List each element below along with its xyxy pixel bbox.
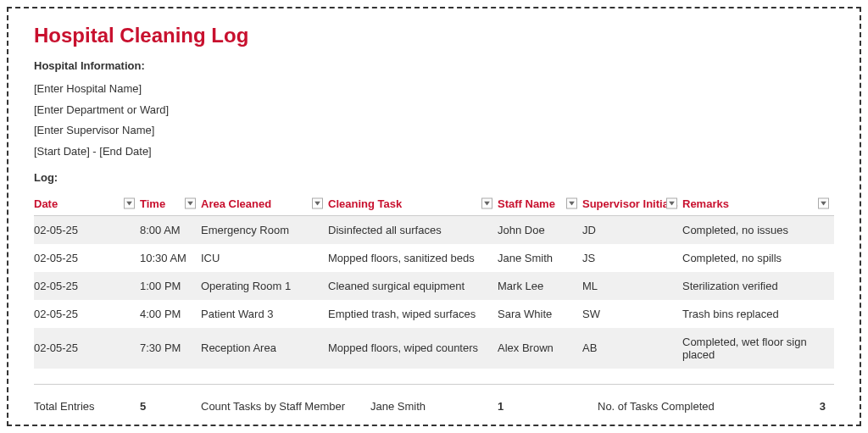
table-row: 02-05-25 4:00 PM Patient Ward 3 Emptied …: [34, 300, 834, 328]
table-row: 02-05-25 7:30 PM Reception Area Mopped f…: [34, 328, 834, 369]
cleaning-log-table: Date Time Area Cleaned: [34, 192, 834, 369]
cell-remarks: Completed, wet floor sign placed: [682, 328, 834, 369]
summary-total-value: 5: [140, 400, 201, 413]
filter-button-area[interactable]: [312, 198, 323, 209]
info-date-range: [Start Date] - [End Date]: [34, 142, 834, 163]
cell-time: 4:00 PM: [140, 300, 201, 328]
col-header-label: Staff Name: [498, 197, 555, 210]
cell-date: 02-05-25: [34, 215, 140, 244]
col-header-staff: Staff Name: [498, 192, 582, 216]
col-header-label: Time: [140, 197, 165, 210]
dropdown-icon: [484, 202, 490, 206]
col-header-label: Area Cleaned: [201, 197, 271, 210]
col-header-label: Supervisor Initials: [582, 197, 678, 210]
hospital-info-block: [Enter Hospital Name] [Enter Department …: [34, 79, 834, 163]
cell-init: ML: [582, 272, 682, 300]
dropdown-icon: [187, 202, 193, 206]
col-header-time: Time: [140, 192, 201, 216]
cell-staff: Jane Smith: [498, 244, 582, 272]
dropdown-icon: [821, 202, 826, 206]
table-row: 02-05-25 8:00 AM Emergency Room Disinfec…: [34, 215, 834, 244]
info-supervisor: [Enter Supervisor Name]: [34, 120, 834, 142]
info-hospital-name: [Enter Hospital Name]: [34, 79, 834, 100]
col-header-task: Cleaning Task: [328, 192, 498, 216]
cell-date: 02-05-25: [34, 300, 140, 328]
cell-date: 02-05-25: [34, 328, 140, 369]
summary-count-staff: Jane Smith: [370, 400, 498, 413]
cell-remarks: Trash bins replaced: [682, 300, 834, 328]
cell-init: SW: [582, 300, 682, 328]
cell-task: Cleaned surgical equipment: [328, 272, 498, 300]
col-header-area: Area Cleaned: [201, 192, 328, 216]
svg-marker-4: [569, 202, 575, 206]
col-header-date: Date: [34, 192, 140, 216]
filter-button-time[interactable]: [185, 198, 196, 209]
col-header-label: Date: [34, 197, 58, 210]
svg-marker-3: [484, 202, 490, 206]
cell-task: Mopped floors, sanitized beds: [328, 244, 498, 272]
cell-init: JS: [582, 244, 682, 272]
col-header-label: Remarks: [682, 197, 729, 210]
summary-completed-label: No. of Tasks Completed: [598, 400, 759, 413]
cell-area: Patient Ward 3: [201, 300, 328, 328]
cell-time: 1:00 PM: [140, 272, 201, 300]
page-title: Hospital Cleaning Log: [34, 24, 834, 47]
cell-remarks: Completed, no spills: [682, 244, 834, 272]
cell-init: JD: [582, 215, 682, 244]
dropdown-icon: [569, 202, 575, 206]
cell-time: 8:00 AM: [140, 215, 201, 244]
info-department: [Enter Department or Ward]: [34, 100, 834, 121]
svg-marker-5: [669, 202, 675, 206]
table-body: 02-05-25 8:00 AM Emergency Room Disinfec…: [34, 215, 834, 369]
cell-time: 7:30 PM: [140, 328, 201, 369]
cell-init: AB: [582, 328, 682, 369]
cell-remarks: Sterilization verified: [682, 272, 834, 300]
col-header-initials: Supervisor Initials: [582, 192, 682, 216]
table-row: 02-05-25 10:30 AM ICU Mopped floors, san…: [34, 244, 834, 272]
filter-button-task[interactable]: [481, 198, 492, 209]
summary-count-label: Count Tasks by Staff Member: [201, 400, 370, 413]
cell-area: Reception Area: [201, 328, 328, 369]
svg-marker-2: [314, 202, 320, 206]
cell-staff: Mark Lee: [498, 272, 582, 300]
cell-time: 10:30 AM: [140, 244, 201, 272]
cell-area: Emergency Room: [201, 215, 328, 244]
cell-task: Disinfected all surfaces: [328, 215, 498, 244]
cell-task: Mopped floors, wiped counters: [328, 328, 498, 369]
cell-area: ICU: [201, 244, 328, 272]
cell-date: 02-05-25: [34, 272, 140, 300]
svg-marker-0: [126, 202, 132, 206]
filter-button-remarks[interactable]: [818, 198, 829, 209]
summary-total-label: Total Entries: [34, 400, 140, 413]
cell-staff: John Doe: [498, 215, 582, 244]
table-header-row: Date Time Area Cleaned: [34, 192, 834, 216]
filter-button-date[interactable]: [124, 198, 135, 209]
dropdown-icon: [314, 202, 320, 206]
summary-completed-value: 3: [759, 400, 834, 413]
hospital-info-heading: Hospital Information:: [34, 59, 834, 72]
col-header-label: Cleaning Task: [328, 197, 402, 210]
cell-staff: Alex Brown: [498, 328, 582, 369]
filter-button-initials[interactable]: [666, 198, 677, 209]
svg-marker-6: [821, 202, 826, 206]
cell-remarks: Completed, no issues: [682, 215, 834, 244]
document-page: Hospital Cleaning Log Hospital Informati…: [7, 7, 861, 426]
summary-count-value: 1: [498, 400, 598, 413]
cell-date: 02-05-25: [34, 244, 140, 272]
filter-button-staff[interactable]: [566, 198, 577, 209]
log-heading: Log:: [34, 171, 834, 184]
cell-area: Operating Room 1: [201, 272, 328, 300]
col-header-remarks: Remarks: [682, 192, 834, 216]
svg-marker-1: [187, 202, 193, 206]
cell-staff: Sara White: [498, 300, 582, 328]
dropdown-icon: [669, 202, 675, 206]
summary-row: Total Entries 5 Count Tasks by Staff Mem…: [34, 385, 834, 413]
dropdown-icon: [126, 202, 132, 206]
table-row: 02-05-25 1:00 PM Operating Room 1 Cleane…: [34, 272, 834, 300]
cell-task: Emptied trash, wiped surfaces: [328, 300, 498, 328]
